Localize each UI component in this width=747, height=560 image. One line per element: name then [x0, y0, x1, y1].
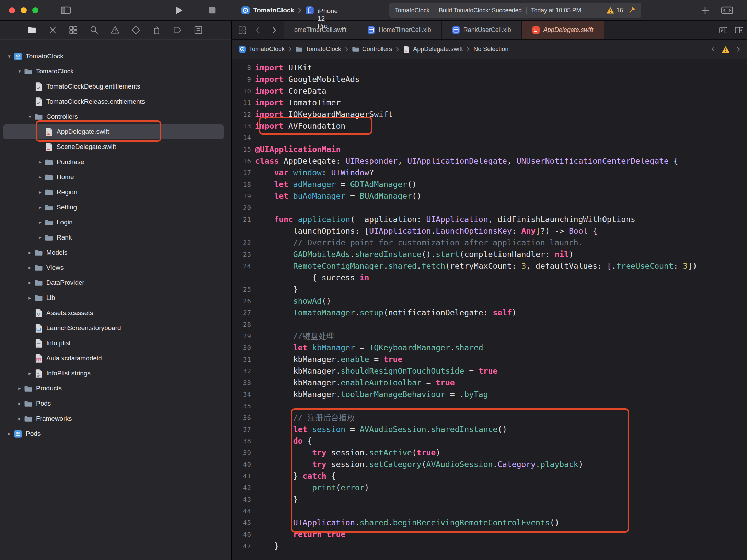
- line-number[interactable]: 47: [232, 540, 255, 552]
- code-line[interactable]: 38 do {: [232, 435, 747, 447]
- sidebar-item-setting[interactable]: ▸Setting: [3, 200, 224, 215]
- breadcrumb-item-appdelegate-swift[interactable]: AppDelegate.swift: [403, 45, 463, 53]
- breadcrumb-item-controllers[interactable]: Controllers: [352, 45, 392, 53]
- close-button[interactable]: [9, 7, 15, 13]
- sidebar-item-launchscreen-storyboard[interactable]: LaunchScreen.storyboard: [3, 320, 224, 336]
- disclosure-right-icon[interactable]: ▸: [25, 249, 34, 256]
- issue-warning-icon[interactable]: [722, 46, 730, 53]
- sidebar-item-rank[interactable]: ▸Rank: [3, 230, 224, 245]
- back-button[interactable]: [710, 46, 717, 53]
- line-number[interactable]: 34: [232, 388, 255, 400]
- breadcrumb-item-tomatoclock[interactable]: TomatoClock: [295, 45, 341, 53]
- disclosure-down-icon[interactable]: ▾: [5, 53, 14, 59]
- sidebar-item-pods[interactable]: ▸Pods: [3, 426, 224, 441]
- line-number[interactable]: 20: [232, 202, 255, 213]
- line-number[interactable]: 24: [232, 260, 255, 272]
- disclosure-right-icon[interactable]: ▸: [36, 159, 45, 165]
- disclosure-right-icon[interactable]: ▸: [36, 174, 45, 180]
- code-line[interactable]: 45 UIApplication.shared.beginReceivingRe…: [232, 517, 747, 528]
- code-line[interactable]: launchOptions: [UIApplication.LaunchOpti…: [232, 225, 747, 237]
- disclosure-right-icon[interactable]: ▸: [15, 400, 24, 407]
- code-line[interactable]: 30 let kbManager = IQKeyboardManager.sha…: [232, 342, 747, 353]
- code-line[interactable]: 16class AppDelegate: UIResponder, UIAppl…: [232, 155, 747, 167]
- code-line[interactable]: 22 // Override point for customization a…: [232, 237, 747, 248]
- line-number[interactable]: 13: [232, 120, 255, 132]
- sidebar-item-tomatoclock[interactable]: ▾TomatoClock: [3, 64, 224, 79]
- code-line[interactable]: 41 } catch {: [232, 470, 747, 482]
- line-number[interactable]: 26: [232, 295, 255, 307]
- code-line[interactable]: 36 // 注册后台播放: [232, 412, 747, 423]
- code-line[interactable]: 43 }: [232, 493, 747, 505]
- debug-navigator-icon[interactable]: [152, 25, 162, 35]
- code-line[interactable]: 17 var window: UIWindow?: [232, 167, 747, 178]
- disclosure-right-icon[interactable]: ▸: [15, 385, 24, 392]
- minimize-button[interactable]: [21, 7, 27, 13]
- project-navigator-icon[interactable]: [27, 25, 37, 35]
- zoom-button[interactable]: [32, 7, 38, 13]
- sidebar-item-tomatoclock[interactable]: ▾TomatoClock: [3, 49, 224, 64]
- sidebar-item-products[interactable]: ▸Products: [3, 381, 224, 396]
- code-line[interactable]: 39 try session.setActive(true): [232, 447, 747, 458]
- code-line[interactable]: 28: [232, 318, 747, 330]
- warning-badge[interactable]: 16: [606, 7, 623, 14]
- code-line[interactable]: 46 return true: [232, 528, 747, 540]
- code-line[interactable]: 14: [232, 132, 747, 143]
- line-number[interactable]: 19: [232, 190, 255, 202]
- forward-button[interactable]: [269, 26, 278, 35]
- forward-button[interactable]: [735, 46, 742, 53]
- code-line[interactable]: { success in: [232, 272, 747, 283]
- line-number[interactable]: 8: [232, 62, 255, 73]
- code-line[interactable]: 40 try session.setCategory(AVAudioSessio…: [232, 458, 747, 470]
- code-line[interactable]: 23 GADMobileAds.sharedInstance().start(c…: [232, 248, 747, 260]
- report-navigator-icon[interactable]: [193, 25, 203, 35]
- line-number[interactable]: 16: [232, 155, 255, 167]
- sidebar-item-models[interactable]: ▸Models: [3, 245, 224, 260]
- tab-hometimercell-xib[interactable]: HomeTimerCell.xib: [357, 21, 441, 39]
- line-number[interactable]: 32: [232, 365, 255, 377]
- line-number[interactable]: 18: [232, 178, 255, 190]
- code-line[interactable]: 15@UIApplicationMain: [232, 143, 747, 155]
- code-line[interactable]: 32 kbManager.shouldResignOnTouchOutside …: [232, 365, 747, 377]
- disclosure-right-icon[interactable]: ▸: [5, 431, 14, 437]
- line-number[interactable]: 43: [232, 493, 255, 505]
- issue-navigator-icon[interactable]: [110, 25, 120, 35]
- disclosure-right-icon[interactable]: ▸: [25, 295, 34, 301]
- code-line[interactable]: 27 TomatoManager.setup(notificationDeleg…: [232, 307, 747, 318]
- sidebar-item-views[interactable]: ▸Views: [3, 260, 224, 275]
- code-line[interactable]: 47 }: [232, 540, 747, 552]
- add-editor-button[interactable]: [735, 26, 744, 35]
- line-number[interactable]: 38: [232, 435, 255, 447]
- line-number[interactable]: 36: [232, 412, 255, 423]
- line-number[interactable]: 21: [232, 213, 255, 225]
- line-number[interactable]: 35: [232, 400, 255, 412]
- find-navigator-icon[interactable]: [89, 25, 99, 35]
- line-number[interactable]: [232, 272, 255, 283]
- sidebar-item-lib[interactable]: ▸Lib: [3, 290, 224, 305]
- back-button[interactable]: [254, 26, 263, 35]
- disclosure-right-icon[interactable]: ▸: [15, 416, 24, 422]
- code-line[interactable]: 11import TomatoTimer: [232, 97, 747, 108]
- sidebar-item-infoplist-strings[interactable]: ▸InfoPlist.strings: [3, 366, 224, 381]
- code-line[interactable]: 35: [232, 400, 747, 412]
- code-line[interactable]: 29 //键盘处理: [232, 330, 747, 342]
- add-tab-button[interactable]: [700, 5, 711, 16]
- line-number[interactable]: 29: [232, 330, 255, 342]
- disclosure-right-icon[interactable]: ▸: [25, 370, 34, 376]
- disclosure-right-icon[interactable]: ▸: [36, 219, 45, 225]
- code-line[interactable]: 9import GoogleMobileAds: [232, 73, 747, 85]
- line-number[interactable]: 22: [232, 237, 255, 248]
- sidebar-item-assets-xcassets[interactable]: Assets.xcassets: [3, 305, 224, 320]
- sidebar-item-aula-xcdatamodeld[interactable]: Aula.xcdatamodeld: [3, 351, 224, 366]
- breadcrumb-item-no-selection[interactable]: No Selection: [473, 46, 508, 53]
- sidebar-item-controllers[interactable]: ▾Controllers: [3, 109, 224, 124]
- line-number[interactable]: 23: [232, 248, 255, 260]
- line-number[interactable]: 25: [232, 283, 255, 295]
- code-line[interactable]: 18 let adManager = GDTAdManager(): [232, 178, 747, 190]
- code-line[interactable]: 10import CoreData: [232, 85, 747, 97]
- code-line[interactable]: 20: [232, 202, 747, 213]
- code-line[interactable]: 31 kbManager.enable = true: [232, 353, 747, 365]
- line-number[interactable]: 14: [232, 132, 255, 143]
- line-number[interactable]: 41: [232, 470, 255, 482]
- line-number[interactable]: 12: [232, 108, 255, 120]
- line-number[interactable]: 42: [232, 482, 255, 493]
